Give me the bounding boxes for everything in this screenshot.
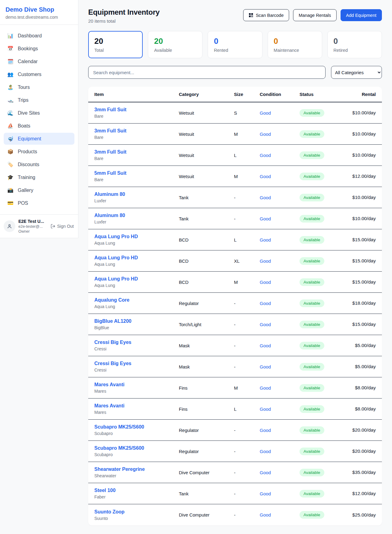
- stat-card-total[interactable]: 20 Total: [88, 31, 143, 58]
- item-condition-link[interactable]: Good: [260, 195, 271, 200]
- sidebar-item-training[interactable]: 🎓 Training: [4, 171, 74, 183]
- item-name-link[interactable]: 3mm Full Suit: [94, 128, 126, 133]
- item-name-link[interactable]: Cressi Big Eyes: [94, 340, 131, 345]
- sidebar-item-discounts[interactable]: 🏷️ Discounts: [4, 158, 74, 170]
- table-row: 3mm Full Suit Bare Wetsuit L Good Availa…: [88, 145, 382, 166]
- add-equipment-button[interactable]: Add Equipment: [341, 9, 382, 21]
- item-condition-link[interactable]: Good: [260, 110, 271, 116]
- item-name-link[interactable]: Aluminum 80: [94, 192, 125, 197]
- item-name-link[interactable]: BigBlue AL1200: [94, 318, 131, 324]
- item-name-link[interactable]: Scubapro MK25/S600: [94, 424, 144, 429]
- item-name-link[interactable]: Aqualung Core: [94, 297, 130, 303]
- status-badge: Available: [300, 448, 324, 455]
- item-name-link[interactable]: 3mm Full Suit: [94, 107, 126, 112]
- item-name-link[interactable]: Aluminum 80: [94, 213, 125, 218]
- item-condition-link[interactable]: Good: [260, 385, 271, 391]
- item-name-link[interactable]: 3mm Full Suit: [94, 149, 126, 154]
- user-area: E2E Test U... e2e-tester@... Owner Sign …: [0, 214, 78, 238]
- item-name-link[interactable]: Aqua Lung Pro HD: [94, 255, 138, 260]
- stat-card-maintenance[interactable]: 0 Maintenance: [268, 31, 322, 58]
- boats-icon: ⛵: [7, 123, 13, 129]
- item-size: -: [234, 343, 260, 348]
- item-rental: $12.00/day: [349, 491, 376, 496]
- sidebar-item-bookings[interactable]: 📅 Bookings: [4, 43, 74, 55]
- item-brand: Cressi: [94, 346, 179, 351]
- sidebar-item-products[interactable]: 📦 Products: [4, 146, 74, 158]
- sidebar-item-dive-sites[interactable]: 🌊 Dive Sites: [4, 107, 74, 119]
- item-condition-link[interactable]: Good: [260, 428, 271, 433]
- products-icon: 📦: [7, 149, 13, 154]
- item-name-link[interactable]: Cressi Big Eyes: [94, 361, 131, 366]
- item-condition-link[interactable]: Good: [260, 237, 271, 242]
- stat-value: 0: [214, 36, 256, 46]
- search-input[interactable]: [88, 66, 326, 79]
- status-badge: Available: [300, 469, 324, 476]
- item-name-link[interactable]: Scubapro MK25/S600: [94, 445, 144, 451]
- item-condition-link[interactable]: Good: [260, 406, 271, 412]
- item-category: Tank: [179, 216, 234, 221]
- manage-rentals-button[interactable]: Manage Rentals: [293, 9, 337, 21]
- item-size: M: [234, 280, 260, 285]
- item-condition-link[interactable]: Good: [260, 280, 271, 285]
- sign-out-label: Sign Out: [57, 224, 74, 229]
- category-select[interactable]: All Categories: [331, 66, 382, 79]
- item-category: Regulator: [179, 301, 234, 306]
- item-category: BCD: [179, 258, 234, 264]
- item-size: -: [234, 364, 260, 369]
- sidebar-item-label: Discounts: [18, 162, 39, 167]
- page-header: Equipment Inventory 20 items total Scan …: [88, 8, 382, 24]
- sidebar-nav: 📊 Dashboard 📅 Bookings 🗓️ Calendar 👥 Cus…: [0, 25, 78, 214]
- sidebar-item-trips[interactable]: 🛥️ Trips: [4, 94, 74, 106]
- item-condition-link[interactable]: Good: [260, 153, 271, 158]
- item-condition-link[interactable]: Good: [260, 491, 271, 496]
- item-condition-link[interactable]: Good: [260, 364, 271, 369]
- stat-card-retired[interactable]: 0 Retired: [327, 31, 382, 58]
- brand-title[interactable]: Demo Dive Shop: [6, 6, 73, 13]
- item-size: L: [234, 406, 260, 412]
- item-condition-link[interactable]: Good: [260, 132, 271, 137]
- sidebar-item-gallery[interactable]: 📸 Gallery: [4, 184, 74, 196]
- item-name-link[interactable]: 5mm Full Suit: [94, 170, 126, 176]
- item-name-link[interactable]: Steel 100: [94, 488, 115, 493]
- stat-card-rented[interactable]: 0 Rented: [208, 31, 262, 58]
- sidebar-item-equipment[interactable]: 🤿 Equipment: [4, 133, 74, 145]
- status-badge: Available: [300, 426, 324, 434]
- item-condition-link[interactable]: Good: [260, 343, 271, 348]
- sidebar-item-pos[interactable]: 💳 POS: [4, 197, 74, 209]
- item-condition-link[interactable]: Good: [260, 322, 271, 327]
- status-badge: Available: [300, 384, 324, 392]
- sidebar-item-boats[interactable]: ⛵ Boats: [4, 120, 74, 132]
- item-name-link[interactable]: Aqua Lung Pro HD: [94, 276, 138, 281]
- item-size: S: [234, 110, 260, 116]
- item-condition-link[interactable]: Good: [260, 258, 271, 264]
- item-condition-link[interactable]: Good: [260, 174, 271, 179]
- scan-barcode-button[interactable]: Scan Barcode: [243, 9, 289, 21]
- item-name-link[interactable]: Suunto Zoop: [94, 509, 125, 514]
- item-rental: $5.00/day: [349, 343, 376, 348]
- item-condition-link[interactable]: Good: [260, 470, 271, 475]
- item-rental: $15.00/day: [349, 279, 376, 285]
- sidebar-item-tours[interactable]: 🏝️ Tours: [4, 81, 74, 93]
- item-rental: $25.00/day: [349, 512, 376, 518]
- item-name-link[interactable]: Mares Avanti: [94, 382, 124, 387]
- stat-card-available[interactable]: 20 Available: [148, 31, 202, 58]
- item-name-link[interactable]: Mares Avanti: [94, 403, 124, 408]
- table-row: Cressi Big Eyes Cressi Mask - Good Avail…: [88, 335, 382, 356]
- item-name-link[interactable]: Shearwater Peregrine: [94, 467, 145, 472]
- status-badge: Available: [300, 299, 324, 307]
- item-condition-link[interactable]: Good: [260, 301, 271, 306]
- item-name-link[interactable]: Aqua Lung Pro HD: [94, 234, 138, 239]
- sidebar-item-customers[interactable]: 👥 Customers: [4, 68, 74, 80]
- item-condition-link[interactable]: Good: [260, 216, 271, 221]
- item-condition-link[interactable]: Good: [260, 449, 271, 454]
- item-rental: $5.00/day: [349, 364, 376, 369]
- sidebar-item-calendar[interactable]: 🗓️ Calendar: [4, 55, 74, 67]
- sidebar-item-dashboard[interactable]: 📊 Dashboard: [4, 30, 74, 42]
- item-brand: Scubapro: [94, 452, 179, 457]
- item-condition-link[interactable]: Good: [260, 512, 271, 517]
- gallery-icon: 📸: [7, 187, 13, 193]
- sign-out-button[interactable]: Sign Out: [51, 224, 74, 229]
- filter-row: All Categories: [88, 66, 382, 79]
- item-size: -: [234, 195, 260, 200]
- item-brand: Scubapro: [94, 431, 179, 436]
